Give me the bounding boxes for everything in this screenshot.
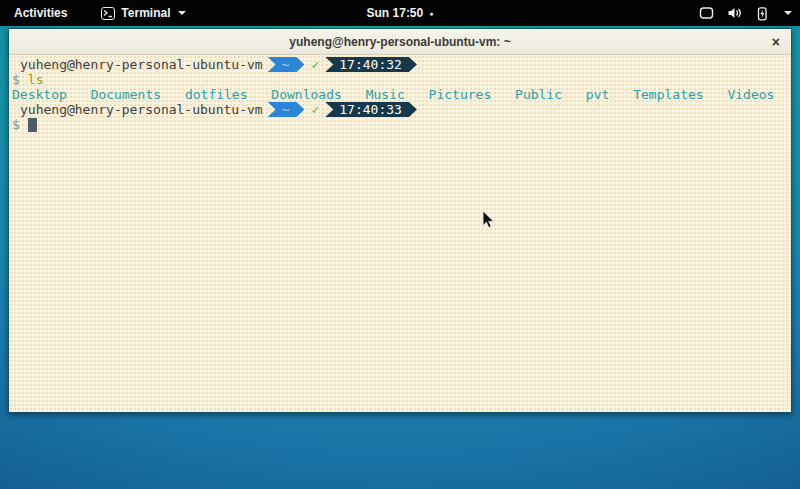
ls-output-line: Desktop Documents dotfiles Downloads Mus… [12, 87, 791, 102]
directory-name: Templates [633, 87, 703, 102]
prompt-username: yuheng@henry-personal-ubuntu-vm [20, 102, 263, 117]
clock-label: Sun 17:50 [367, 6, 424, 20]
display-icon [699, 6, 714, 20]
powerline-path-segment: ~ [268, 102, 305, 117]
directory-name: Downloads [271, 87, 341, 102]
terminal-icon [101, 7, 115, 20]
prompt-symbol: $ [12, 72, 20, 87]
directory-name: pvt [586, 87, 609, 102]
prompt-line-1: yuheng@henry-personal-ubuntu-vm ~ ✓ 17:4… [12, 57, 791, 72]
chevron-down-icon [178, 11, 186, 15]
volume-icon [727, 6, 742, 20]
directory-name: Pictures [429, 87, 492, 102]
directory-name: Desktop [12, 87, 67, 102]
directory-name: Music [366, 87, 405, 102]
directory-name: Videos [727, 87, 774, 102]
mouse-cursor [482, 210, 496, 234]
powerline-time-segment: 17:40:32 [325, 57, 417, 72]
terminal-content[interactable]: yuheng@henry-personal-ubuntu-vm ~ ✓ 17:4… [9, 55, 791, 412]
activities-button[interactable]: Activities [10, 4, 71, 22]
prompt-symbol: $ [12, 117, 20, 132]
prompt-line-2: yuheng@henry-personal-ubuntu-vm ~ ✓ 17:4… [12, 102, 791, 117]
window-titlebar[interactable]: yuheng@henry-personal-ubuntu-vm: ~ × [9, 29, 791, 55]
directory-name: Documents [91, 87, 161, 102]
command-text: ls [28, 72, 44, 87]
powerline-time-segment: 17:40:33 [325, 102, 417, 117]
clock-menu[interactable]: Sun 17:50 ● [367, 0, 434, 26]
status-check-icon: ✓ [311, 57, 319, 72]
notification-dot: ● [429, 10, 433, 17]
prompt-username: yuheng@henry-personal-ubuntu-vm [20, 57, 263, 72]
input-line[interactable]: $ [12, 117, 791, 132]
directory-name: dotfiles [185, 87, 248, 102]
terminal-window: yuheng@henry-personal-ubuntu-vm: ~ × yuh… [8, 28, 792, 413]
text-cursor-block [28, 118, 37, 132]
system-tray[interactable] [699, 0, 792, 26]
top-bar: Activities Terminal Sun 17:50 ● [0, 0, 800, 26]
chevron-down-icon [784, 11, 792, 15]
command-line: $ ls [12, 72, 791, 87]
app-menu-terminal[interactable]: Terminal [101, 6, 186, 20]
status-check-icon: ✓ [311, 102, 319, 117]
window-title: yuheng@henry-personal-ubuntu-vm: ~ [289, 35, 510, 49]
battery-charging-icon [755, 6, 769, 21]
close-icon[interactable]: × [772, 35, 780, 49]
directory-name: Public [515, 87, 562, 102]
powerline-path-segment: ~ [268, 57, 305, 72]
app-menu-label: Terminal [121, 6, 170, 20]
